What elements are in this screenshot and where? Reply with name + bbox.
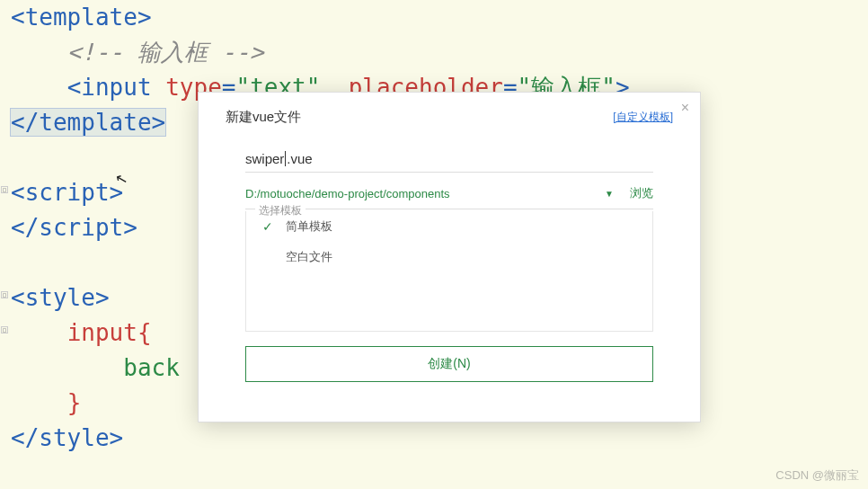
css-selector: input{ — [67, 319, 152, 346]
code-tag: </script> — [11, 214, 137, 241]
custom-template-link[interactable]: [自定义模板] — [613, 110, 673, 125]
new-file-dialog: × 新建vue文件 [自定义模板] swiper.vue D:/motuoche… — [198, 92, 701, 422]
fold-marker[interactable]: ▫ — [1, 291, 8, 298]
fold-marker[interactable]: ▫ — [1, 186, 8, 193]
indent — [11, 39, 67, 66]
code-tag: <script> — [11, 179, 123, 206]
chevron-down-icon[interactable]: ▼ — [605, 189, 614, 199]
code-tag: <input — [67, 74, 152, 101]
filename-input[interactable]: swiper.vue — [245, 151, 653, 173]
template-legend: 选择模板 — [255, 203, 306, 218]
css-prop: back — [123, 354, 180, 381]
template-select-box: 选择模板 ✓ 简单模板 空白文件 — [245, 211, 653, 332]
path-display[interactable]: D:/motuoche/demo-project/components — [245, 187, 450, 200]
code-tag: </style> — [11, 424, 123, 451]
check-icon: ✓ — [262, 219, 286, 234]
template-option-blank[interactable]: 空白文件 — [246, 242, 652, 272]
css-brace: } — [67, 389, 82, 416]
dialog-title: 新建vue文件 — [226, 109, 301, 126]
code-comment: <!-- 输入框 --> — [67, 39, 264, 66]
create-button[interactable]: 创建(N) — [245, 346, 653, 382]
code-tag: <style> — [11, 284, 110, 311]
template-option-simple[interactable]: ✓ 简单模板 — [246, 211, 652, 242]
fold-marker[interactable]: ▫ — [1, 326, 8, 333]
close-icon[interactable]: × — [681, 100, 689, 116]
watermark: CSDN @微丽宝 — [775, 467, 859, 484]
browse-button[interactable]: 浏览 — [630, 185, 653, 201]
code-tag: <template> — [11, 4, 152, 31]
code-tag-selected: </template> — [11, 109, 165, 136]
